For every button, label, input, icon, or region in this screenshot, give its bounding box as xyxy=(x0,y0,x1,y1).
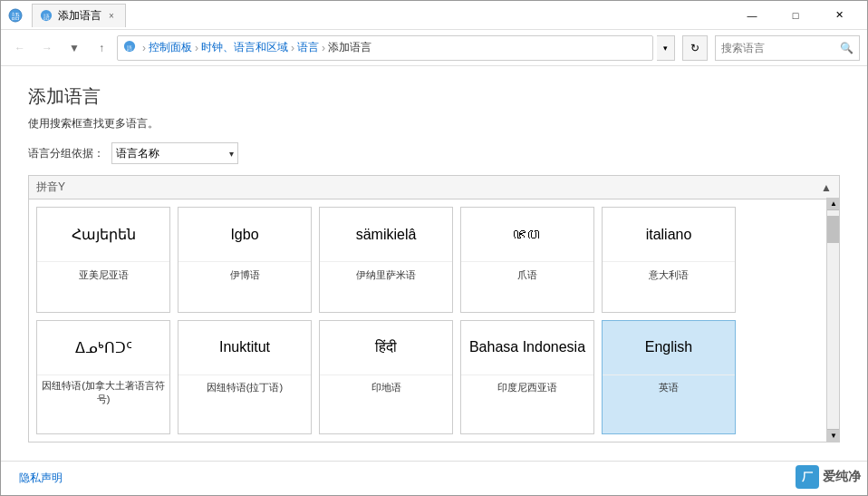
lang-card-label-0: 亚美尼亚语 xyxy=(37,262,169,287)
breadcrumb-part-4: 添加语言 xyxy=(328,40,371,55)
search-bar: 🔍 xyxy=(715,35,860,61)
language-section: 拼音Y ▲ Հայերեն亚美尼亚语Igbo伊博语sämikielâ伊纳里萨米语… xyxy=(28,175,840,443)
page-subtitle: 使用搜索框查找更多语言。 xyxy=(28,116,840,131)
lang-card-9[interactable]: English英语 xyxy=(602,320,736,435)
minimize-button[interactable]: — xyxy=(731,1,773,30)
lang-card-script-7: हिंदी xyxy=(320,321,452,375)
lang-card-1[interactable]: Igbo伊博语 xyxy=(178,207,312,313)
maximize-button[interactable]: □ xyxy=(775,1,816,30)
window-tab[interactable]: 語 添加语言 × xyxy=(32,4,126,27)
lang-card-4[interactable]: italiano意大利语 xyxy=(602,207,736,313)
lang-card-script-2: sämikielâ xyxy=(320,208,452,262)
address-dropdown-button[interactable]: ▾ xyxy=(657,35,675,61)
svg-text:語: 語 xyxy=(43,14,50,20)
lang-row-2: ᐃᓄᒃᑎᑐᑦ因纽特语(加拿大土著语言符号)Inuktitut因纽特语(拉丁语)ह… xyxy=(36,320,832,435)
scrollbar-thumb[interactable] xyxy=(827,216,840,243)
lang-card-script-9: English xyxy=(603,321,735,375)
lang-card-label-2: 伊纳里萨米语 xyxy=(320,262,452,287)
scrollbar-track: ▲ ▼ xyxy=(826,198,839,442)
lang-card-6[interactable]: Inuktitut因纽特语(拉丁语) xyxy=(178,320,312,435)
lang-card-5[interactable]: ᐃᓄᒃᑎᑐᑦ因纽特语(加拿大土著语言符号) xyxy=(36,320,170,435)
address-bar: ← → ▼ ↑ 語 › 控制面板 › 时钟、语言和区域 › 语言 › 添加语言 … xyxy=(1,30,867,66)
sort-row: 语言分组依据： 语言名称 语言代码 xyxy=(28,142,840,164)
breadcrumb-sep-1: › xyxy=(142,42,146,54)
lang-card-script-3: ꦗꦮ xyxy=(461,208,593,262)
lang-card-7[interactable]: हिंदी印地语 xyxy=(319,320,453,435)
page-title: 添加语言 xyxy=(28,84,840,109)
lang-card-label-8: 印度尼西亚语 xyxy=(461,375,593,401)
breadcrumb-sep-3: › xyxy=(291,42,294,54)
lang-card-3[interactable]: ꦗꦮ爪语 xyxy=(460,207,594,313)
lang-card-0[interactable]: Հայերեն亚美尼亚语 xyxy=(36,207,170,313)
breadcrumb-sep-2: › xyxy=(195,42,198,54)
main-content: 添加语言 使用搜索框查找更多语言。 语言分组依据： 语言名称 语言代码 拼音Y … xyxy=(1,66,867,461)
back-button[interactable]: ← xyxy=(8,36,32,60)
section-header: 拼音Y ▲ xyxy=(29,176,839,199)
lang-card-label-4: 意大利语 xyxy=(603,262,735,287)
watermark: 厂 爱纯净 xyxy=(796,465,861,489)
lang-row-1: Հայերեն亚美尼亚语Igbo伊博语sämikielâ伊纳里萨米语ꦗꦮ爪语it… xyxy=(36,207,832,313)
lang-card-script-5: ᐃᓄᒃᑎᑐᑦ xyxy=(37,321,169,375)
svg-text:語: 語 xyxy=(12,12,20,21)
scrollbar-down-button[interactable]: ▼ xyxy=(827,429,840,442)
up-button[interactable]: ↑ xyxy=(90,36,113,60)
sort-select-wrapper: 语言名称 语言代码 xyxy=(111,142,238,164)
watermark-logo: 厂 xyxy=(796,465,819,489)
window-controls: — □ ✕ xyxy=(731,1,860,30)
lang-card-script-8: Bahasa Indonesia xyxy=(461,321,593,375)
tab-label: 添加语言 xyxy=(58,8,101,24)
watermark-text: 爱纯净 xyxy=(823,469,861,485)
privacy-link[interactable]: 隐私声明 xyxy=(19,471,63,486)
tab-close-button[interactable]: × xyxy=(109,11,114,21)
language-grid: Հայերեն亚美尼亚语Igbo伊博语sämikielâ伊纳里萨米语ꦗꦮ爪语it… xyxy=(29,199,839,442)
breadcrumb-home-icon: 語 xyxy=(123,40,136,55)
section-header-label: 拼音Y xyxy=(36,180,65,195)
section-chevron-icon[interactable]: ▲ xyxy=(821,181,832,194)
breadcrumb-sep-4: › xyxy=(322,42,325,54)
lang-card-label-5: 因纽特语(加拿大土著语言符号) xyxy=(37,375,169,410)
lang-card-label-6: 因纽特语(拉丁语) xyxy=(178,375,311,401)
lang-card-8[interactable]: Bahasa Indonesia印度尼西亚语 xyxy=(460,320,594,435)
scrollbar-up-button[interactable]: ▲ xyxy=(827,198,840,210)
recent-button[interactable]: ▼ xyxy=(63,36,86,60)
lang-card-script-1: Igbo xyxy=(178,208,311,262)
breadcrumb: 語 › 控制面板 › 时钟、语言和区域 › 语言 › 添加语言 xyxy=(117,35,653,61)
lang-card-label-3: 爪语 xyxy=(461,262,593,287)
breadcrumb-part-1[interactable]: 控制面板 xyxy=(149,40,192,55)
window: 語 語 添加语言 × — □ ✕ ← → ▼ ↑ 語 xyxy=(0,0,868,496)
search-input[interactable] xyxy=(721,42,840,54)
lang-card-label-9: 英语 xyxy=(603,375,735,401)
title-bar: 語 語 添加语言 × — □ ✕ xyxy=(1,1,867,30)
breadcrumb-part-2[interactable]: 时钟、语言和区域 xyxy=(201,40,288,55)
window-icon: 語 xyxy=(8,8,23,23)
footer: 隐私声明 xyxy=(1,461,867,495)
lang-card-script-0: Հայերեն xyxy=(37,208,169,262)
lang-card-script-4: italiano xyxy=(603,208,735,262)
lang-card-2[interactable]: sämikielâ伊纳里萨米语 xyxy=(319,207,453,313)
sort-label: 语言分组依据： xyxy=(28,146,104,161)
sort-select[interactable]: 语言名称 语言代码 xyxy=(111,142,238,164)
close-button[interactable]: ✕ xyxy=(818,1,860,30)
lang-card-label-1: 伊博语 xyxy=(178,262,311,287)
search-icon: 🔍 xyxy=(840,42,854,54)
refresh-button[interactable]: ↻ xyxy=(682,35,708,61)
lang-card-label-7: 印地语 xyxy=(320,375,452,401)
lang-card-script-6: Inuktitut xyxy=(178,321,311,375)
forward-button[interactable]: → xyxy=(35,36,59,60)
svg-text:語: 語 xyxy=(127,44,132,51)
breadcrumb-part-3[interactable]: 语言 xyxy=(297,40,319,55)
